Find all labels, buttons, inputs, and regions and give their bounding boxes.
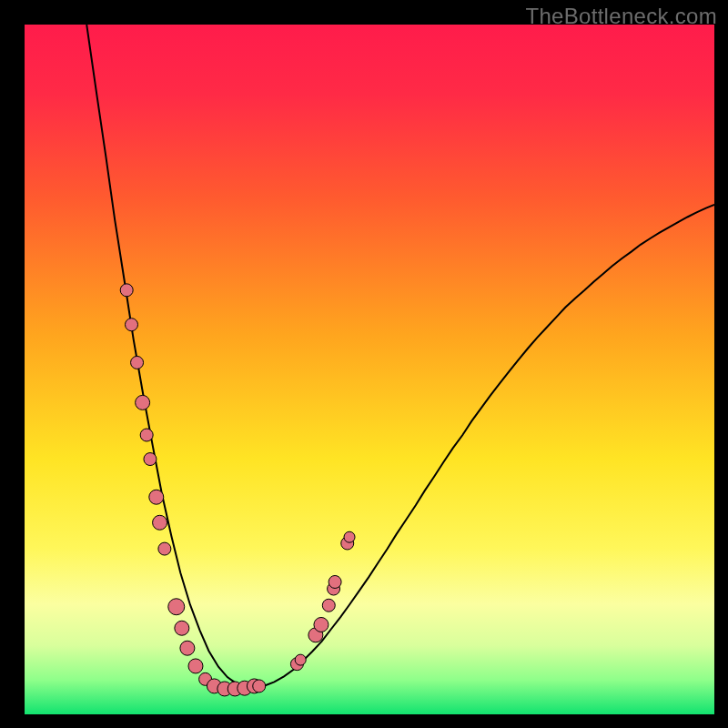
chart-stage: TheBottleneck.com bbox=[0, 0, 728, 728]
plot-area bbox=[25, 25, 714, 714]
svg-rect-0 bbox=[25, 25, 714, 714]
gradient-background bbox=[25, 25, 714, 714]
watermark-text: TheBottleneck.com bbox=[525, 4, 717, 29]
